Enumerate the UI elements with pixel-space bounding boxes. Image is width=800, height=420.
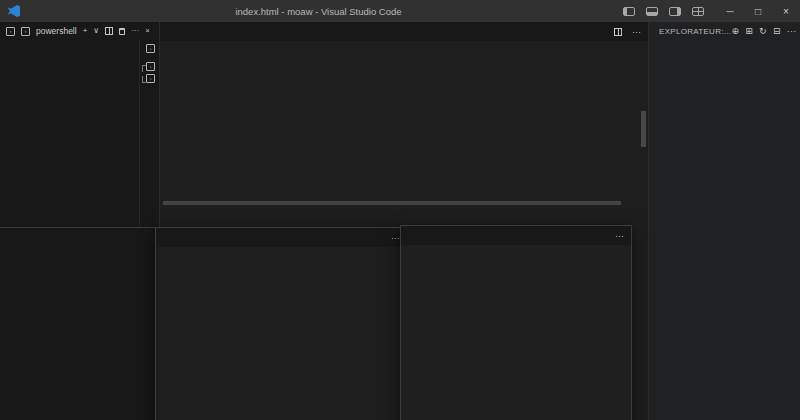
terminal-panel-header: › › powershell + ∨ ··· × <box>0 22 159 40</box>
terminal-panel: › › powershell + ∨ ··· × › › › <box>0 22 160 420</box>
editor-more-actions-icon[interactable]: ··· <box>615 231 624 241</box>
chip-breadcrumb <box>156 247 407 260</box>
explorer-sidebar: EXPLORATEUR:... ⊕ ⊞ ↻ ⊟ ··· <box>648 22 800 420</box>
terminal-profile-dropdown-icon[interactable]: ∨ <box>93 22 99 40</box>
refresh-explorer-icon[interactable]: ↻ <box>759 26 767 36</box>
terminal-tab-label[interactable]: powershell <box>36 26 77 36</box>
explorer-header: EXPLORATEUR:... ⊕ ⊞ ↻ ⊟ ··· <box>649 22 800 40</box>
split-terminal-icon[interactable] <box>105 27 113 35</box>
new-file-icon[interactable]: ⊕ <box>731 26 739 36</box>
editor-more-actions-icon[interactable]: ··· <box>391 233 400 243</box>
close-icon[interactable]: × <box>772 0 800 22</box>
chip-code-editor[interactable] <box>156 260 407 420</box>
terminal-tabs-strip: › › › <box>139 40 159 227</box>
toggle-panel-icon[interactable] <box>646 7 658 16</box>
terminal-tab-icon: › <box>21 27 30 36</box>
main-tab-bar: ··· <box>160 22 648 41</box>
close-panel-icon[interactable]: × <box>145 22 150 40</box>
window-controls: ─ □ × <box>716 0 800 22</box>
customize-layout-icon[interactable] <box>692 7 704 16</box>
kill-terminal-icon[interactable] <box>119 28 125 35</box>
terminal-powershell-output[interactable] <box>0 228 159 420</box>
panel-terminal-icon[interactable]: › <box>6 27 15 36</box>
floating-editor-chip: ··· <box>155 227 408 420</box>
terminal-bash-output[interactable] <box>0 40 139 227</box>
vscode-logo-icon <box>8 5 20 17</box>
editor-actions: ··· <box>608 226 631 245</box>
explorer-title: EXPLORATEUR:... <box>659 27 731 36</box>
title-bar: index.html - moaw - Visual Studio Code ─… <box>0 0 800 22</box>
minimize-icon[interactable]: ─ <box>716 0 744 22</box>
terminal-more-actions-icon[interactable]: ··· <box>131 22 139 40</box>
editor-more-actions-icon[interactable]: ··· <box>632 27 641 37</box>
main-breadcrumb <box>160 41 648 55</box>
copy-code-editor[interactable] <box>401 258 631 420</box>
horizontal-scrollbar[interactable] <box>163 201 621 205</box>
copy-breadcrumb <box>401 245 631 258</box>
split-editor-icon[interactable] <box>614 28 622 36</box>
copy-tab-bar: ··· <box>401 226 631 245</box>
layout-controls <box>623 7 704 16</box>
toggle-primary-sidebar-icon[interactable] <box>623 7 635 16</box>
vertical-scrollbar[interactable] <box>641 111 646 147</box>
terminal-split: › › › <box>0 40 159 420</box>
terminal-instance-icon[interactable]: › <box>146 74 155 83</box>
terminal-instance-icon[interactable]: › <box>146 44 155 53</box>
chip-tab-bar: ··· <box>156 228 407 247</box>
editor-actions: ··· <box>604 22 648 41</box>
new-terminal-icon[interactable]: + <box>83 22 88 40</box>
maximize-icon[interactable]: □ <box>744 0 772 22</box>
window-title: index.html - moaw - Visual Studio Code <box>26 6 611 17</box>
collapse-folders-icon[interactable]: ⊟ <box>773 26 781 36</box>
terminal-instance-icon[interactable]: › <box>146 62 155 71</box>
explorer-more-actions-icon[interactable]: ··· <box>787 26 797 36</box>
floating-editor-copy: ··· <box>400 225 632 420</box>
new-folder-icon[interactable]: ⊞ <box>745 26 753 36</box>
file-tree <box>649 40 800 420</box>
explorer-actions: ⊕ ⊞ ↻ ⊟ ··· <box>731 26 796 36</box>
toggle-secondary-sidebar-icon[interactable] <box>669 7 681 16</box>
